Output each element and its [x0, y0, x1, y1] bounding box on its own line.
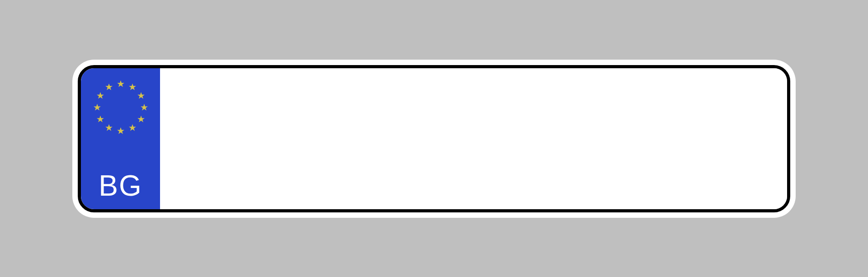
eu-star-icon: [96, 92, 104, 100]
license-plate-outer: BG: [72, 60, 796, 218]
svg-marker-9: [94, 103, 101, 110]
eu-star-icon: [117, 80, 125, 88]
svg-marker-0: [117, 80, 124, 87]
eu-star-icon: [137, 115, 145, 123]
license-plate-inner: BG: [78, 65, 790, 212]
eu-star-icon: [137, 92, 145, 100]
eu-star-icon: [140, 103, 148, 112]
eu-star-icon: [105, 83, 113, 91]
eu-star-icon: [96, 115, 104, 123]
svg-marker-7: [105, 124, 113, 131]
eu-star-icon: [117, 127, 125, 135]
svg-marker-10: [97, 92, 104, 99]
eu-stars-ring: [91, 78, 150, 137]
svg-marker-5: [129, 124, 136, 131]
eu-star-icon: [93, 103, 101, 112]
svg-marker-1: [129, 83, 136, 90]
svg-marker-2: [137, 92, 145, 99]
svg-marker-11: [105, 83, 113, 90]
eu-star-icon: [105, 124, 113, 132]
svg-marker-8: [97, 115, 104, 122]
svg-marker-3: [141, 103, 148, 110]
country-code: BG: [99, 171, 142, 200]
registration-area: [160, 68, 787, 209]
svg-marker-4: [137, 115, 145, 122]
eu-star-icon: [128, 83, 137, 91]
svg-marker-6: [117, 127, 124, 134]
eu-star-icon: [128, 124, 137, 132]
eu-band: BG: [81, 68, 160, 209]
